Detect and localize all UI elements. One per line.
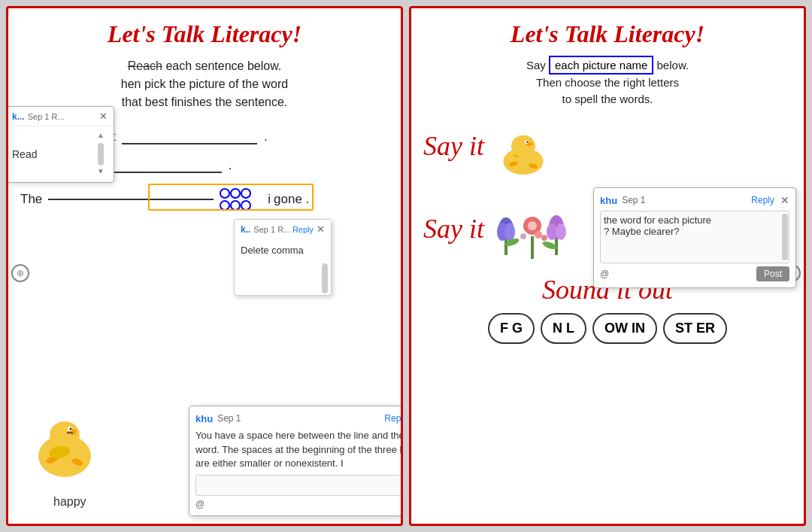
right-comment-actions: @ Post	[600, 266, 789, 281]
left-comment-input[interactable]	[195, 475, 403, 496]
subtitle-line3: that best finishes the sentence.	[122, 96, 288, 108]
svg-point-12	[526, 141, 528, 142]
letter-btn-fg[interactable]: F G	[488, 313, 535, 344]
right-say-it-1: Say it	[423, 116, 792, 176]
right-title: Let's Talk Literacy!	[423, 20, 792, 48]
svg-point-27	[541, 235, 547, 241]
read-sep-header: k... Sep 1 R... ✕	[6, 107, 114, 126]
right-comment-scrollbar[interactable]	[782, 214, 788, 260]
svg-point-25	[556, 223, 566, 240]
scroll-up-arrow[interactable]: ▲	[94, 131, 108, 141]
small-popup-header: k.. Sep 1 R... Reply ✕	[235, 220, 331, 239]
small-popup-reply[interactable]: Reply	[292, 225, 314, 234]
right-comment-input-area[interactable]: the word for each picture ? Maybe cleare…	[600, 211, 789, 263]
right-comment-at: @	[600, 269, 756, 279]
left-comment-actions: @	[195, 499, 403, 509]
svg-point-24	[547, 223, 557, 240]
svg-point-1	[50, 421, 80, 448]
compass-left-icon: ⊕	[11, 264, 29, 282]
read-sep-label: Read	[12, 148, 94, 160]
right-subtitle-below: below.	[657, 59, 689, 71]
read-sep-user: k...	[12, 111, 25, 122]
subtitle-line1: each sentence below.	[165, 59, 281, 72]
small-popup-close-icon[interactable]: ✕	[317, 223, 325, 235]
right-subtitle: Say each picture name below. Then choose…	[423, 57, 792, 108]
right-comment-reply-btn[interactable]: Reply	[751, 195, 774, 205]
subtitle-line2: hen pick the picture of the word	[121, 78, 288, 90]
left-comment-at: @	[195, 499, 403, 509]
duck-image	[31, 396, 98, 479]
right-say-it-label-1: Say it	[423, 130, 484, 162]
delete-comma-item[interactable]: Delete comma	[241, 242, 325, 259]
reach-word: Reach	[128, 59, 162, 72]
right-comment-body-line2: ? Maybe clearer?	[604, 226, 786, 237]
letter-btn-owin[interactable]: OW IN	[592, 313, 657, 344]
svg-point-26	[535, 231, 542, 239]
right-comment-body-line1: the word for each picture	[604, 214, 786, 226]
right-comment-date: Sep 1	[622, 195, 751, 205]
svg-point-21	[528, 221, 537, 230]
right-comment-popup[interactable]: khu Sep 1 Reply ✕ the word for each pict…	[593, 187, 796, 288]
sentence3-mid: i	[268, 192, 271, 207]
letter-btn-nl[interactable]: N L	[541, 313, 586, 344]
left-panel: Let's Talk Literacy! Reach each sentence…	[6, 6, 403, 526]
right-subtitle-line2: Then choose the right letters	[536, 76, 679, 89]
svg-point-9	[511, 135, 535, 156]
svg-point-4	[70, 428, 72, 430]
small-popup-date: Sep 1 R...	[253, 225, 292, 234]
svg-point-18	[504, 223, 515, 241]
right-say-it-label-2: Say it	[423, 213, 484, 245]
read-sep-date: Sep 1 R...	[28, 112, 99, 121]
read-sep-content: Read ▲ ▼	[6, 126, 114, 182]
left-title: Let's Talk Literacy!	[20, 20, 389, 48]
happy-label: happy	[53, 495, 86, 509]
read-sep-popup[interactable]: k... Sep 1 R... ✕ Read ▲ ▼	[6, 106, 114, 183]
svg-rect-19	[531, 236, 534, 259]
right-panel: Let's Talk Literacy! Say each picture na…	[409, 6, 806, 526]
left-comment-body: You have a space here between the line a…	[195, 429, 403, 470]
read-sep-close-icon[interactable]: ✕	[99, 111, 108, 122]
right-comment-post-btn[interactable]: Post	[756, 266, 789, 281]
right-subtitle-highlighted: each picture name	[549, 56, 653, 74]
letter-btn-ster[interactable]: ST ER	[663, 313, 727, 344]
right-subtitle-say: Say	[526, 59, 546, 71]
small-popup-content: Delete comma	[235, 239, 331, 262]
left-comment-date: Sep 1	[217, 413, 384, 424]
scroll-down-arrow[interactable]: ▼	[94, 167, 108, 178]
left-subtitle: Reach each sentence below. hen pick the …	[20, 57, 389, 111]
scroll-arrows[interactable]: ▲ ▼	[94, 131, 108, 178]
sentence3: The i gone .	[20, 188, 389, 211]
right-duck-image	[493, 116, 553, 176]
left-comment-reply-btn[interactable]: Reply	[384, 413, 403, 424]
left-comment-user: khu	[195, 413, 213, 424]
small-popup-user: k..	[241, 224, 250, 235]
sentence3-end: gone .	[274, 192, 309, 207]
right-comment-user: khu	[600, 195, 617, 206]
right-subtitle-line3: to spell the words.	[562, 93, 653, 105]
delete-comma-popup[interactable]: k.. Sep 1 R... Reply ✕ Delete comma	[234, 219, 332, 296]
svg-point-28	[520, 233, 526, 239]
letter-buttons-row: F G N L OW IN ST ER	[423, 313, 792, 344]
right-comment-header: khu Sep 1 Reply ✕	[600, 194, 789, 206]
flower-image	[493, 191, 591, 266]
right-comment-close-icon[interactable]: ✕	[780, 194, 789, 206]
main-container: Let's Talk Literacy! Reach each sentence…	[0, 0, 812, 532]
left-comment-popup[interactable]: khu Sep 1 Reply ✕ You have a space here …	[189, 406, 403, 516]
left-comment-header: khu Sep 1 Reply ✕	[195, 412, 403, 424]
